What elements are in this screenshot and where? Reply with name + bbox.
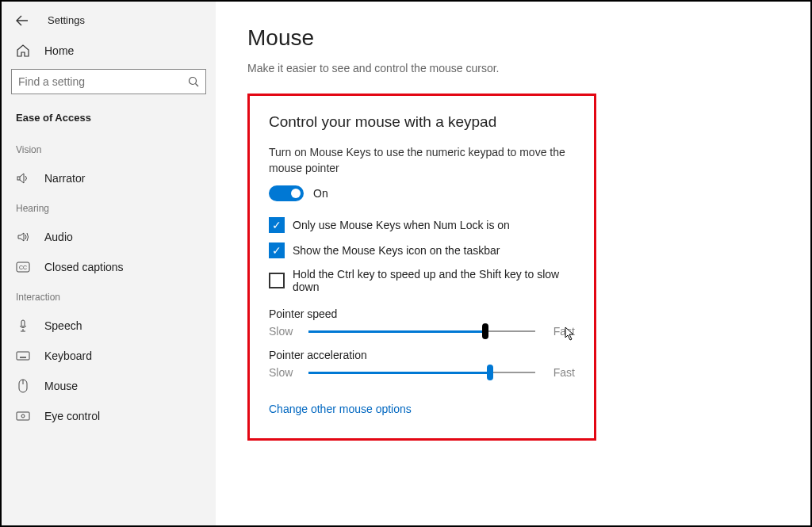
pointer-speed-slider[interactable] xyxy=(308,330,535,333)
mouse-keys-toggle-row: On xyxy=(269,185,575,201)
speech-icon xyxy=(16,319,30,333)
check-taskbar[interactable]: ✓ xyxy=(269,242,285,258)
page-title: Mouse xyxy=(247,25,779,51)
check-taskbar-row: ✓ Show the Mouse Keys icon on the taskba… xyxy=(269,242,575,258)
check-ctrlshift[interactable] xyxy=(269,273,285,288)
section-title: Control your mouse with a keypad xyxy=(269,113,575,131)
keyboard-icon xyxy=(16,349,30,363)
group-vision: Vision xyxy=(2,135,216,163)
cursor-icon xyxy=(565,327,576,341)
sidebar-item-closed-captions[interactable]: CC Closed captions xyxy=(2,252,216,282)
nav-label: Narrator xyxy=(44,172,85,185)
nav-label: Eye control xyxy=(44,410,100,422)
pointer-acceleration-slider[interactable] xyxy=(308,371,535,374)
sidebar-home[interactable]: Home xyxy=(2,37,216,69)
toggle-state-label: On xyxy=(313,187,328,200)
page-subtitle: Make it easier to see and control the mo… xyxy=(247,62,779,74)
svg-text:CC: CC xyxy=(19,265,27,270)
highlighted-section: Control your mouse with a keypad Turn on… xyxy=(247,94,596,441)
nav-label: Closed captions xyxy=(44,261,124,273)
sidebar-category: Ease of Access xyxy=(2,107,216,135)
check-ctrlshift-row: Hold the Ctrl key to speed up and the Sh… xyxy=(269,268,575,293)
section-description: Turn on Mouse Keys to use the numeric ke… xyxy=(269,145,570,176)
check-numlock-row: ✓ Only use Mouse Keys when Num Lock is o… xyxy=(269,217,575,233)
eye-icon xyxy=(16,409,30,423)
sidebar-item-mouse[interactable]: Mouse xyxy=(2,371,216,401)
slider-left-label: Slow xyxy=(269,366,301,379)
search-box[interactable] xyxy=(11,69,206,94)
slider-right-label: Fast xyxy=(543,366,575,379)
check-label: Only use Mouse Keys when Num Lock is on xyxy=(293,219,510,231)
check-numlock[interactable]: ✓ xyxy=(269,217,285,233)
group-hearing: Hearing xyxy=(2,193,216,222)
mouse-keys-toggle[interactable] xyxy=(269,185,304,201)
slider-pointer-speed-block: Pointer speed Slow Fast Pointer accelera… xyxy=(269,307,575,379)
mouse-icon xyxy=(16,379,30,393)
nav-label: Mouse xyxy=(44,380,78,392)
check-label: Show the Mouse Keys icon on the taskbar xyxy=(293,244,500,257)
group-interaction: Interaction xyxy=(2,282,216,311)
svg-rect-14 xyxy=(17,412,29,420)
search-icon xyxy=(188,76,199,87)
nav-label: Keyboard xyxy=(44,349,92,362)
back-arrow-icon[interactable] xyxy=(16,15,29,26)
change-other-mouse-options-link[interactable]: Change other mouse options xyxy=(269,403,412,415)
sidebar-home-label: Home xyxy=(44,44,74,57)
audio-icon xyxy=(16,230,30,244)
sidebar: Settings Home Ease of Access Vision Narr… xyxy=(2,2,216,525)
cc-icon: CC xyxy=(16,260,30,274)
sidebar-item-eye-control[interactable]: Eye control xyxy=(2,401,216,431)
search-input[interactable] xyxy=(18,75,188,88)
svg-line-1 xyxy=(196,84,199,87)
slider-left-label: Slow xyxy=(269,325,301,338)
sidebar-item-keyboard[interactable]: Keyboard xyxy=(2,341,216,371)
home-icon xyxy=(16,44,30,58)
sidebar-item-narrator[interactable]: Narrator xyxy=(2,163,216,193)
svg-point-0 xyxy=(190,78,197,85)
app-title: Settings xyxy=(48,14,85,26)
nav-label: Audio xyxy=(44,231,73,243)
main-content: Mouse Make it easier to see and control … xyxy=(216,2,810,525)
narrator-icon xyxy=(16,171,30,185)
svg-rect-2 xyxy=(17,177,20,180)
sidebar-item-audio[interactable]: Audio xyxy=(2,222,216,252)
slider-title: Pointer acceleration xyxy=(269,349,575,361)
svg-rect-5 xyxy=(21,320,25,327)
slider-title: Pointer speed xyxy=(269,307,575,320)
svg-rect-6 xyxy=(17,352,29,360)
check-label: Hold the Ctrl key to speed up and the Sh… xyxy=(293,268,575,293)
sidebar-item-speech[interactable]: Speech xyxy=(2,311,216,341)
title-bar: Settings xyxy=(2,10,216,37)
nav-label: Speech xyxy=(44,319,82,332)
svg-point-15 xyxy=(21,414,25,418)
